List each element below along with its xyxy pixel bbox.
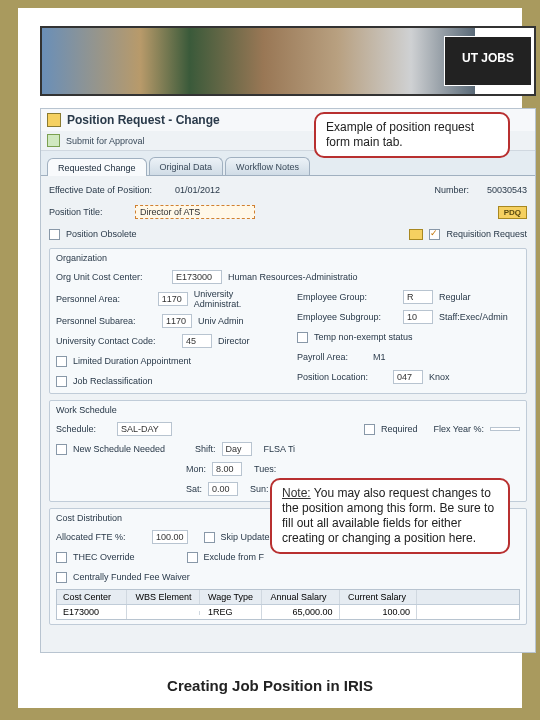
position-obsolete-label: Position Obsolete [66,229,137,239]
centrally-funded-checkbox[interactable] [56,572,67,583]
mon-input[interactable]: 8.00 [212,462,242,476]
personnel-subarea-desc: Univ Admin [198,316,244,326]
skip-update-checkbox[interactable] [204,532,215,543]
note-label: Note: [282,486,311,500]
utjobs-logo: UT JOBS [444,36,532,86]
employee-group-input[interactable]: R [403,290,433,304]
form-body: Effective Date of Position: 01/01/2012 N… [41,176,535,631]
number-value: 50030543 [487,185,527,195]
requisition-request-label: Requisition Request [446,229,527,239]
submit-icon[interactable] [47,134,60,147]
mon-label: Mon: [186,464,206,474]
exclude-from-label: Exclude from F [204,552,265,562]
personnel-area-input[interactable]: 1170 [158,292,188,306]
allocated-fte-label: Allocated FTE %: [56,532,146,542]
pdq-button[interactable]: PDQ [498,206,527,219]
personnel-subarea-label: Personnel Subarea: [56,316,156,326]
thec-override-label: THEC Override [73,552,135,562]
employee-subgroup-desc: Staff:Exec/Admin [439,312,508,322]
note-text: You may also request changes to the posi… [282,486,494,545]
position-obsolete-checkbox[interactable] [49,229,60,240]
sun-label: Sun: [250,484,269,494]
univ-contact-code-label: University Contact Code: [56,336,176,346]
shift-label: Shift: [195,444,216,454]
position-location-label: Position Location: [297,372,387,382]
new-schedule-label: New Schedule Needed [73,444,165,454]
cell-wbs [130,611,200,615]
position-request-icon [47,113,61,127]
cost-table: Cost Center WBS Element Wage Type Annual… [56,589,520,620]
effective-date-label: Effective Date of Position: [49,185,169,195]
slide-page: UT JOBS Position Request - Change Submit… [18,8,522,708]
tue-label: Tues: [254,464,276,474]
thec-override-checkbox[interactable] [56,552,67,563]
col-annual-salary: Annual Salary [265,590,340,604]
temp-nonexempt-label: Temp non-exempt status [314,332,413,342]
number-label: Number: [434,185,469,195]
sat-label: Sat: [186,484,202,494]
allocated-fte-input[interactable]: 100.00 [152,530,188,544]
submit-for-approval-button[interactable]: Submit for Approval [66,136,145,146]
payroll-area-value: M1 [373,352,386,362]
col-wbs-element: WBS Element [130,590,200,604]
banner-photo-collage [42,28,444,94]
org-cost-center-desc: Human Resources-Administratio [228,272,358,282]
requisition-warning-icon [409,229,423,240]
cell-annual-salary: 65,000.00 [265,605,340,619]
shift-select[interactable]: Day [222,442,252,456]
position-location-desc: Knox [429,372,450,382]
univ-contact-code-desc: Director [218,336,250,346]
centrally-funded-label: Centrally Funded Fee Waiver [73,572,190,582]
callout-main-tab: Example of position request form main ta… [314,112,510,158]
position-title-label: Position Title: [49,207,129,217]
flex-year-label: Flex Year %: [433,424,484,434]
flsa-label: FLSA Ti [264,444,296,454]
position-title-input[interactable]: Director of ATS [135,205,255,219]
callout-note: Note: You may also request changes to th… [270,478,510,554]
slide-caption: Creating Job Position in IRIS [18,677,522,694]
header-banner: UT JOBS [40,26,536,96]
personnel-area-label: Personnel Area: [56,294,152,304]
limited-duration-label: Limited Duration Appointment [73,356,191,366]
schedule-input[interactable]: SAL-DAY [117,422,172,436]
table-row[interactable]: E173000 1REG 65,000.00 100.00 [57,605,519,619]
employee-subgroup-label: Employee Subgroup: [297,312,397,322]
job-reclass-label: Job Reclassification [73,376,153,386]
tab-workflow-notes[interactable]: Workflow Notes [225,157,310,175]
job-reclass-checkbox[interactable] [56,376,67,387]
org-cost-center-label: Org Unit Cost Center: [56,272,166,282]
col-current-salary: Current Salary [342,590,417,604]
effective-date-value: 01/01/2012 [175,185,245,195]
univ-contact-code-input[interactable]: 45 [182,334,212,348]
cell-wage-type: 1REG [202,605,262,619]
col-cost-center: Cost Center [57,590,127,604]
tab-requested-change[interactable]: Requested Change [47,158,147,176]
new-schedule-checkbox[interactable] [56,444,67,455]
temp-nonexempt-checkbox[interactable] [297,332,308,343]
organization-title: Organization [56,253,520,263]
employee-group-desc: Regular [439,292,471,302]
requisition-request-checkbox[interactable] [429,229,440,240]
limited-duration-checkbox[interactable] [56,356,67,367]
exclude-from-checkbox[interactable] [187,552,198,563]
payroll-area-label: Payroll Area: [297,352,367,362]
sat-input[interactable]: 0.00 [208,482,238,496]
flex-year-input[interactable] [490,427,520,431]
cell-cost-center: E173000 [57,605,127,619]
personnel-subarea-input[interactable]: 1170 [162,314,192,328]
position-location-input[interactable]: 047 [393,370,423,384]
callout-main-text: Example of position request form main ta… [326,120,474,149]
personnel-area-desc: University Administrat. [194,289,279,309]
window-title: Position Request - Change [67,113,220,127]
required-label: Required [381,424,418,434]
required-checkbox[interactable] [364,424,375,435]
cell-current-salary: 100.00 [342,605,417,619]
tab-original-data[interactable]: Original Data [149,157,224,175]
iris-app-window: Position Request - Change Submit for App… [40,108,536,653]
work-schedule-title: Work Schedule [56,405,520,415]
schedule-label: Schedule: [56,424,111,434]
organization-panel: Organization Org Unit Cost Center: E1730… [49,248,527,394]
col-wage-type: Wage Type [202,590,262,604]
org-cost-center-input[interactable]: E173000 [172,270,222,284]
employee-subgroup-input[interactable]: 10 [403,310,433,324]
